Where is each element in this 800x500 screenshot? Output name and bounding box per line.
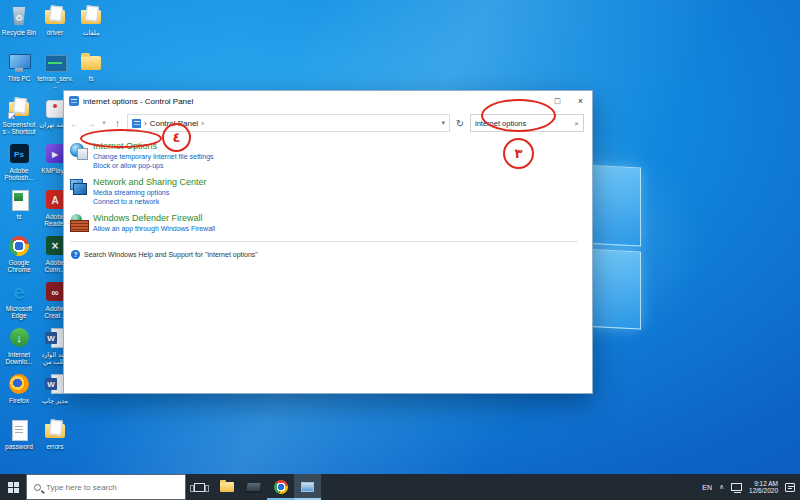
result-network-sharing: Network and Sharing Center Media streami…: [68, 177, 580, 206]
reader-glyph: A: [51, 195, 58, 206]
desktop-icon-edge[interactable]: e Microsoft Edge: [1, 280, 37, 319]
desktop-icon-driver[interactable]: driver: [37, 4, 73, 36]
help-link[interactable]: Search Windows Help and Support for "int…: [84, 251, 258, 258]
desktop-icon-tehran-serv[interactable]: tehran_serv...: [37, 50, 73, 89]
desktop-icon-files-ar[interactable]: ملفات: [73, 4, 109, 36]
download-glyph: ↓: [16, 332, 22, 344]
icon-label: Adobe Photosh...: [1, 167, 37, 181]
icon-label: Screenshots - Shortcut: [1, 121, 37, 135]
word-glyph: W: [47, 380, 55, 389]
refresh-button[interactable]: ↻: [453, 118, 467, 129]
help-search-row[interactable]: ? Search Windows Help and Support for "i…: [68, 250, 580, 259]
forward-button[interactable]: →: [84, 118, 97, 129]
task-view-icon: [194, 483, 205, 492]
laptop-icon: [246, 483, 260, 491]
desktop: ♻ Recycle Bin driver ملفات This PC tehra…: [0, 0, 800, 500]
action-center-icon[interactable]: [785, 483, 795, 492]
control-panel-taskbar-button[interactable]: [294, 474, 321, 500]
divider: [70, 241, 578, 242]
connect-glyph: ×: [51, 239, 58, 253]
task-view-button[interactable]: [186, 474, 213, 500]
breadcrumb-separator: ›: [144, 119, 147, 128]
tray-time: 9:12 AM: [749, 480, 778, 488]
desktop-icon-chrome[interactable]: Google Chrome: [1, 234, 37, 273]
clock[interactable]: 9:12 AM 12/6/2020: [749, 480, 778, 495]
desktop-icon-photoshop[interactable]: Ps Adobe Photosh...: [1, 142, 37, 181]
search-icon: [34, 484, 41, 491]
control-panel-window-icon: [301, 482, 314, 492]
icon-label: Firefox: [1, 397, 37, 404]
window-title: internet options - Control Panel: [83, 97, 193, 106]
shortcut-arrow-icon: [8, 112, 15, 119]
icon-label: This PC: [1, 75, 37, 82]
desktop-icon-password[interactable]: password: [1, 418, 37, 450]
ps-glyph: Ps: [14, 150, 24, 159]
clear-search-icon[interactable]: ×: [574, 119, 579, 128]
edge-icon: e: [6, 280, 32, 304]
icon-label: مدیر چاپ: [37, 397, 73, 404]
address-dropdown-icon[interactable]: ▾: [441, 119, 445, 127]
laptop-app-button[interactable]: [240, 474, 267, 500]
help-icon: ?: [71, 250, 80, 259]
close-button[interactable]: ×: [569, 91, 592, 111]
result-sub-link[interactable]: Block or allow pop-ups: [93, 162, 214, 171]
network-sharing-icon: [70, 178, 88, 196]
desktop-icon-firefox[interactable]: Firefox: [1, 372, 37, 404]
annotation-ellipse-search: [481, 99, 556, 132]
folder-icon: [78, 50, 104, 74]
back-button[interactable]: ←: [68, 118, 81, 129]
result-title-link[interactable]: Network and Sharing Center: [93, 177, 207, 188]
search-results: Internet Options Change temporary Intern…: [64, 135, 592, 393]
cc-glyph: ∞: [51, 287, 58, 298]
result-title-link[interactable]: Windows Defender Firewall: [93, 213, 215, 224]
result-sub-link[interactable]: Allow an app through Windows Firewall: [93, 225, 215, 234]
icon-label: Recycle Bin: [1, 29, 37, 36]
up-button[interactable]: ↑: [111, 118, 124, 129]
control-panel-mini-icon: [132, 119, 141, 128]
icon-label: ts: [1, 213, 37, 220]
idm-icon: ↓: [6, 326, 32, 350]
desktop-icon-this-pc[interactable]: This PC: [1, 50, 37, 82]
file-explorer-button[interactable]: [213, 474, 240, 500]
annotation-ellipse-internet-options: [80, 129, 162, 148]
folder-icon: [78, 4, 104, 28]
result-sub-link[interactable]: Media streaming options: [93, 189, 207, 198]
result-sub-link[interactable]: Change temporary Internet file settings: [93, 153, 214, 162]
windows-logo-icon: [8, 482, 19, 493]
desktop-icon-idm[interactable]: ↓ Internet Downlo...: [1, 326, 37, 365]
taskbar-search-input[interactable]: [46, 483, 164, 492]
network-icon[interactable]: [731, 483, 742, 491]
recent-pages-dropdown[interactable]: ▾: [100, 119, 108, 127]
result-sub-link[interactable]: Connect to a network: [93, 198, 207, 207]
desktop-icon-recycle-bin[interactable]: ♻ Recycle Bin: [1, 4, 37, 36]
chart-file-icon: [42, 50, 68, 74]
green-doc-icon: [6, 188, 32, 212]
chrome-icon: [274, 480, 288, 494]
desktop-icon-fs[interactable]: fs: [73, 50, 109, 82]
folder-shortcut-icon: [6, 96, 32, 120]
chrome-icon: [6, 234, 32, 258]
firefox-icon: [6, 372, 32, 396]
edge-glyph: e: [13, 280, 25, 304]
hidden-icons-chevron[interactable]: ∧: [719, 483, 724, 491]
desktop-icon-ts[interactable]: ts: [1, 188, 37, 220]
desktop-icon-screenshots-shortcut[interactable]: Screenshots - Shortcut: [1, 96, 37, 135]
folder-icon: [42, 4, 68, 28]
language-indicator[interactable]: EN: [702, 484, 712, 491]
play-glyph: ▶: [52, 150, 58, 159]
taskbar: EN ∧ 9:12 AM 12/6/2020: [0, 474, 800, 500]
internet-options-icon: [70, 142, 88, 160]
annotation-step-4: ٤: [162, 123, 191, 152]
system-tray: EN ∧ 9:12 AM 12/6/2020: [702, 474, 800, 500]
chrome-taskbar-button[interactable]: [267, 474, 294, 500]
taskbar-search[interactable]: [26, 474, 186, 500]
word-glyph: W: [47, 334, 55, 343]
icon-label: driver: [37, 29, 73, 36]
text-doc-icon: [6, 418, 32, 442]
start-button[interactable]: [0, 474, 26, 500]
tray-date: 12/6/2020: [749, 487, 778, 495]
control-panel-icon: [69, 96, 79, 106]
desktop-icon-errors[interactable]: errors: [37, 418, 73, 450]
icon-label: fs: [73, 75, 109, 82]
icon-label: Microsoft Edge: [1, 305, 37, 319]
